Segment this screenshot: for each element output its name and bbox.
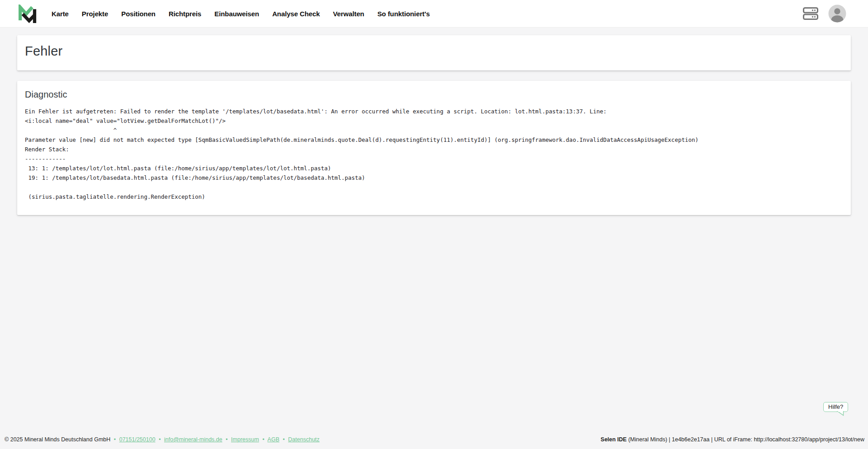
diagnostic-error-text: Ein Fehler ist aufgetreten: Failed to re… (25, 107, 843, 201)
help-tooltip[interactable]: Hilfe? (823, 402, 848, 412)
footer-left: © 2025 Mineral Minds Deutschland GmbH • … (5, 436, 320, 443)
nav-item-positionen[interactable]: Positionen (121, 10, 156, 18)
diagnostic-card: Diagnostic Ein Fehler ist aufgetreten: F… (17, 81, 851, 215)
footer-copyright: © 2025 Mineral Minds Deutschland GmbH (5, 436, 110, 443)
footer-link-datenschutz[interactable]: Datenschutz (288, 436, 319, 443)
card-reader-icon[interactable] (803, 7, 818, 20)
help-tooltip-tail (837, 411, 844, 416)
footer-right: Selen IDE (Mineral Minds) | 1e4b6e2e17aa… (601, 436, 864, 443)
nav-item-analyse-check[interactable]: Analyse Check (272, 10, 320, 18)
mineral-minds-logo[interactable] (17, 5, 38, 23)
nav-item-verwalten[interactable]: Verwalten (333, 10, 364, 18)
nav-item-karte[interactable]: Karte (52, 10, 69, 18)
nav-item-so-funktionierts[interactable]: So funktioniert's (377, 10, 430, 18)
footer-link-agb[interactable]: AGB (268, 436, 279, 443)
footer: © 2025 Mineral Minds Deutschland GmbH • … (0, 434, 868, 449)
help-tooltip-label: Hilfe? (828, 403, 843, 410)
top-header: Karte Projekte Positionen Richtpreis Ein… (0, 0, 868, 28)
nav-item-richtpreis[interactable]: Richtpreis (169, 10, 201, 18)
main-nav: Karte Projekte Positionen Richtpreis Ein… (52, 10, 430, 18)
footer-ide-label: Selen IDE (601, 436, 627, 443)
mineral-minds-logo-icon (17, 5, 38, 23)
diagnostic-title: Diagnostic (25, 89, 843, 100)
footer-ide-info: (Mineral Minds) | 1e4b6e2e17aa | URL of … (627, 436, 864, 443)
footer-separator: • (159, 436, 160, 443)
footer-separator: • (226, 436, 227, 443)
page-title: Fehler (25, 44, 843, 59)
footer-separator: • (283, 436, 284, 443)
nav-item-projekte[interactable]: Projekte (82, 10, 108, 18)
header-icons (803, 5, 846, 23)
error-card: Fehler (17, 35, 851, 70)
footer-separator: • (114, 436, 116, 443)
nav-item-einbauweisen[interactable]: Einbauweisen (214, 10, 259, 18)
footer-link-email[interactable]: info@mineral-minds.de (164, 436, 222, 443)
footer-link-impressum[interactable]: Impressum (231, 436, 259, 443)
footer-link-phone[interactable]: 07151/250100 (119, 436, 156, 443)
user-avatar-icon[interactable] (828, 5, 846, 23)
footer-separator: • (262, 436, 264, 443)
